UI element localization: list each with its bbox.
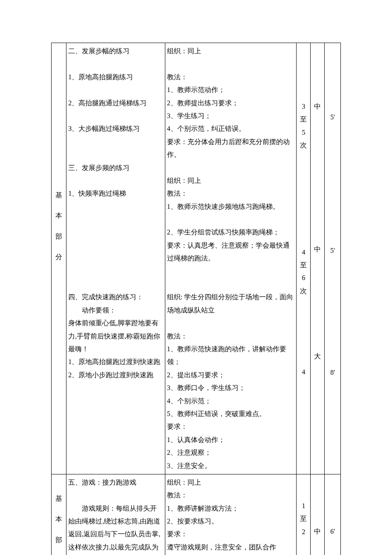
intensity-value: 中 <box>311 45 323 113</box>
intensity-cell: 中 <box>311 474 325 555</box>
label-char: 基 <box>52 492 65 505</box>
list-item: 2、学生分组尝试练习快频率跑绳梯； <box>166 226 296 239</box>
requirement: 要求：认真思考、注意观察；学会最快通过绳梯的跑法。 <box>166 239 296 265</box>
requirement-title: 要求： <box>166 420 296 433</box>
label-char: 本 <box>52 513 65 526</box>
method-title: 教法： <box>166 71 296 84</box>
list-item: 1、教师讲解游戏方法； <box>166 502 296 515</box>
time-value: 5' <box>326 45 340 124</box>
list-item: 4、个别示范； <box>166 395 296 408</box>
list-item: 3、大步幅跑过绳梯练习 <box>67 122 164 135</box>
lesson-plan-page: 基 本 部 分 二、发展步幅的练习 1、原地高抬腿跑练习 2、高抬腿跑通过绳梯练… <box>0 0 392 555</box>
list-item: 1、原地高抬腿跑过渡到快速跑 <box>67 356 164 368</box>
time-value: 5' <box>326 124 340 257</box>
requirement: 要求：充分体会用力后蹬和充分前摆的动作。 <box>166 136 296 162</box>
list-item: 1、教师示范快速步频地练习跑绳梯。 <box>166 200 296 213</box>
org-text: 组织：同上 <box>166 476 296 489</box>
label-char: 分 <box>52 251 65 263</box>
section-title: 三、发展步频的练习 <box>67 162 164 174</box>
count-value: 1 <box>297 538 309 555</box>
content-cell: 五、游戏：接力跑游戏 游戏规则：每组从排头开始由绳梯过,绕过标志筒,由跑道返回,… <box>66 474 165 555</box>
org-text: 组织：同上 <box>166 174 296 187</box>
time-value: 6' <box>326 476 340 538</box>
list-item: 2、注意观察； <box>166 446 296 459</box>
list-item: 3、注意安全。 <box>166 460 296 472</box>
section-title: 五、游戏：接力跑游戏 <box>67 476 164 489</box>
time-cell: 5' 5' 8' <box>325 43 341 474</box>
label-char: 部 <box>52 230 65 243</box>
label-char: 部 <box>52 534 65 546</box>
method-title: 教法： <box>166 489 296 502</box>
list-item: 2、教师提出练习要求； <box>166 97 296 110</box>
description: 身体前倾重心低,脚掌蹬地要有力,手臂前后快速摆,称霸短跑你最嗨！ <box>67 317 164 356</box>
count-value: 4 <box>297 298 309 379</box>
method-title: 教法： <box>166 187 296 200</box>
list-item: 3、学生练习； <box>166 110 296 122</box>
table-row: 基 本 部 分 五、游戏：接力跑游戏 游戏规则：每组从排头开始由绳梯过,绕过标志… <box>52 474 341 555</box>
game-rule: 游戏规则：每组从排头开始由绳梯过,绕过标志筒,由跑道返回,返回后与下一位队员击掌… <box>67 502 164 555</box>
sub-title: 动作要领： <box>67 304 164 317</box>
count-value: 1 至 2 <box>297 476 309 538</box>
list-item: 2、按要求练习。 <box>166 515 296 528</box>
method-title: 教法： <box>166 330 296 343</box>
list-item: 1、认真体会动作； <box>166 434 296 446</box>
count-value: 4 至 6 次 <box>297 152 309 298</box>
requirement: 遵守游戏规则，注意安全，团队合作 <box>166 541 296 554</box>
method-cell: 组织：同上 教法： 1、教师示范动作； 2、教师提出练习要求； 3、学生练习； … <box>165 43 297 474</box>
list-item: 1、快频率跑过绳梯 <box>67 187 164 200</box>
method-cell: 组织：同上 教法： 1、教师讲解游戏方法； 2、按要求练习。 要求： 遵守游戏规… <box>165 474 297 555</box>
count-cell: 1 至 2 1 <box>297 474 311 555</box>
section-label: 基 本 部 分 <box>52 43 66 474</box>
time-value: 8' <box>326 257 340 379</box>
count-cell: 3 至 5 次 4 至 6 次 4 <box>297 43 311 474</box>
list-item: 1、教师示范动作； <box>166 84 296 96</box>
section-title: 四、完成快速跑的练习： <box>67 291 164 304</box>
section-label: 基 本 部 分 <box>52 474 66 555</box>
list-item: 2、高抬腿跑通过绳梯练习 <box>67 97 164 110</box>
org-text: 组织：同上 <box>166 45 296 58</box>
label-char: 本 <box>52 209 65 222</box>
list-item: 5、教师纠正错误，突破重难点。 <box>166 408 296 420</box>
list-item: 3、教师口令，学生练习； <box>166 382 296 394</box>
org-text: 组织: 学生分四组分别位于场地一段，面向场地成纵队站立 <box>166 291 296 317</box>
label-char: 基 <box>52 189 65 202</box>
list-item: 1、原地高抬腿跑练习 <box>67 71 164 84</box>
intensity-cell: 中 中 大 <box>311 43 325 474</box>
intensity-value: 大 <box>311 256 323 363</box>
list-item: 2、提出练习要求； <box>166 369 296 382</box>
requirement-title: 要求： <box>166 528 296 541</box>
lesson-plan-table: 基 本 部 分 二、发展步幅的练习 1、原地高抬腿跑练习 2、高抬腿跑通过绳梯练… <box>51 43 341 555</box>
list-item: 2、原地小步跑过渡到快速跑 <box>67 369 164 382</box>
intensity-value: 中 <box>311 476 323 538</box>
section-title: 二、发展步幅的练习 <box>67 45 164 58</box>
list-item: 1、教师示范快速跑的动作，讲解动作要领； <box>166 343 296 369</box>
table-row: 基 本 部 分 二、发展步幅的练习 1、原地高抬腿跑练习 2、高抬腿跑通过绳梯练… <box>52 43 341 474</box>
time-cell: 6' <box>325 474 341 555</box>
intensity-value: 中 <box>311 113 323 256</box>
content-cell: 二、发展步幅的练习 1、原地高抬腿跑练习 2、高抬腿跑通过绳梯练习 3、大步幅跑… <box>66 43 165 474</box>
count-value: 3 至 5 次 <box>297 45 309 152</box>
list-item: 4、个别示范，纠正错误。 <box>166 122 296 135</box>
